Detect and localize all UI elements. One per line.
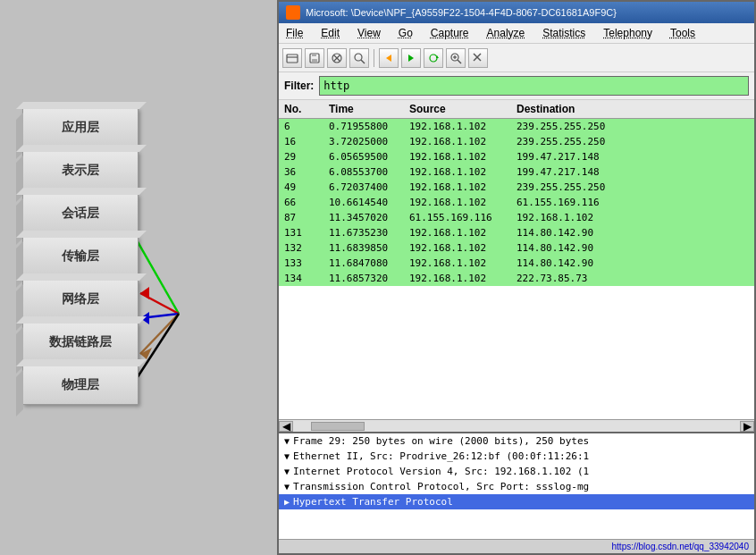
expand-icon: ▼	[284, 451, 290, 461]
filter-bar: Filter:	[279, 72, 754, 100]
table-row[interactable]: 131 11.6735230 192.168.1.102 114.80.142.…	[279, 225, 754, 240]
horizontal-scrollbar[interactable]: ◀ ▶	[279, 419, 754, 432]
cell-src: 61.155.169.116	[407, 211, 515, 224]
cell-time: 10.6614540	[327, 196, 407, 209]
table-row[interactable]: 66 10.6614540 192.168.1.102 61.155.169.1…	[279, 195, 754, 210]
table-row[interactable]: 6 0.71955800 192.168.1.102 239.255.255.2…	[279, 119, 754, 134]
cell-no: 134	[282, 272, 327, 285]
status-url: https://blog.csdn.net/qq_33942040	[612, 542, 749, 551]
svg-rect-12	[312, 59, 317, 63]
detail-text: Frame 29: 250 bytes on wire (2000 bits),…	[293, 435, 589, 447]
scroll-thumb[interactable]	[311, 422, 365, 431]
layer-box-physical: 物理层	[22, 366, 139, 405]
col-no: No.	[282, 102, 327, 116]
cell-dst: 61.155.169.116	[515, 196, 631, 209]
detail-row[interactable]: ▼ Internet Protocol Version 4, Src: 192.…	[279, 464, 754, 479]
cell-dst: 239.255.255.250	[515, 181, 631, 194]
toolbar-close-btn[interactable]	[327, 48, 347, 68]
svg-line-6	[140, 314, 179, 354]
table-row[interactable]: 134 11.6857320 192.168.1.102 222.73.85.7…	[279, 271, 754, 286]
cell-dst: 192.168.1.102	[515, 211, 631, 224]
layer-box-transport: 传输层	[22, 237, 139, 276]
layer-box-application: 应用层	[22, 108, 139, 147]
svg-point-17	[355, 54, 362, 61]
cell-no: 36	[282, 165, 327, 179]
table-row[interactable]: 132 11.6839850 192.168.1.102 114.80.142.…	[279, 240, 754, 256]
cell-no: 29	[282, 150, 327, 164]
menu-tools[interactable]: Tools	[667, 25, 699, 41]
detail-row[interactable]: ▼ Frame 29: 250 bytes on wire (2000 bits…	[279, 433, 754, 449]
detail-row[interactable]: ▼ Transmission Control Protocol, Src Por…	[279, 479, 754, 494]
cell-no: 133	[282, 256, 327, 270]
left-panel: 应用层 表示层 会话层 传输层 网络层 数据链路层 物理层	[0, 0, 277, 555]
detail-row[interactable]: ▼ Ethernet II, Src: Prodrive_26:12:bf (0…	[279, 449, 754, 464]
menu-view[interactable]: View	[354, 25, 384, 41]
cell-dst: 239.255.255.250	[515, 135, 631, 148]
col-time: Time	[327, 102, 407, 116]
cell-dst: 114.80.142.90	[515, 241, 631, 255]
table-row[interactable]: 49 6.72037400 192.168.1.102 239.255.255.…	[279, 180, 754, 195]
table-row[interactable]: 36 6.08553700 192.168.1.102 199.47.217.1…	[279, 164, 754, 180]
cell-no: 6	[282, 120, 327, 133]
table-row[interactable]: 29 6.05659500 192.168.1.102 199.47.217.1…	[279, 149, 754, 164]
svg-marker-7	[140, 348, 152, 359]
table-row[interactable]: 87 11.3457020 61.155.169.116 192.168.1.1…	[279, 210, 754, 225]
layer-box-datalink: 数据链路层	[22, 323, 139, 362]
menu-go[interactable]: Go	[395, 25, 416, 41]
cell-src: 192.168.1.102	[407, 120, 515, 133]
detail-row[interactable]: ▶ Hypertext Transfer Protocol	[279, 494, 754, 509]
menu-file[interactable]: File	[282, 25, 307, 41]
toolbar-open-btn[interactable]	[282, 48, 302, 68]
menu-capture[interactable]: Capture	[427, 25, 473, 41]
table-row[interactable]: 133 11.6847080 192.168.1.102 114.80.142.…	[279, 256, 754, 271]
menu-edit[interactable]: Edit	[317, 25, 343, 41]
detail-text: Transmission Control Protocol, Src Port:…	[293, 481, 589, 492]
svg-point-21	[430, 55, 437, 62]
cell-no: 132	[282, 241, 327, 255]
toolbar-search-btn[interactable]	[349, 48, 369, 68]
cell-dst: 199.47.217.148	[515, 165, 631, 179]
detail-text: Hypertext Transfer Protocol	[293, 496, 453, 508]
layer-label-application: 应用层	[62, 120, 99, 136]
cell-src: 192.168.1.102	[407, 181, 515, 194]
cell-src: 192.168.1.102	[407, 150, 515, 164]
layer-box-network: 网络层	[22, 280, 139, 319]
app-icon	[286, 5, 300, 20]
menu-bar: File Edit View Go Capture Analyze Statis…	[279, 23, 754, 44]
menu-statistics[interactable]: Statistics	[539, 25, 589, 41]
toolbar-refresh-btn[interactable]	[424, 48, 443, 68]
toolbar-zoom-btn[interactable]	[446, 48, 466, 68]
cell-time: 6.05659500	[327, 150, 407, 164]
layer-label-transport: 传输层	[62, 248, 99, 265]
cell-src: 192.168.1.102	[407, 165, 515, 179]
svg-line-23	[458, 60, 461, 63]
title-bar: Microsoft: \Device\NPF_{A9559F22-1504-4F…	[279, 2, 754, 23]
toolbar-forward-btn[interactable]	[401, 48, 421, 68]
layer-box-session: 会话层	[22, 194, 139, 233]
cell-src: 192.168.1.102	[407, 226, 515, 240]
cell-dst: 114.80.142.90	[515, 226, 631, 240]
layer-box-presentation: 表示层	[22, 151, 139, 190]
cell-time: 6.08553700	[327, 165, 407, 179]
table-row[interactable]: 16 3.72025000 192.168.1.102 239.255.255.…	[279, 134, 754, 149]
scroll-left-btn[interactable]: ◀	[279, 421, 293, 432]
svg-marker-19	[386, 55, 391, 62]
layer-label-physical: 物理层	[62, 377, 99, 393]
svg-rect-13	[312, 54, 316, 56]
layer-label-network: 网络层	[62, 291, 99, 307]
cell-dst: 199.47.217.148	[515, 150, 631, 164]
col-destination: Destination	[515, 102, 631, 116]
toolbar-sep-1	[374, 49, 374, 67]
toolbar-back-btn[interactable]	[379, 48, 399, 68]
expand-icon: ▼	[284, 436, 290, 446]
status-bar: https://blog.csdn.net/qq_33942040	[279, 539, 754, 553]
menu-telephony[interactable]: Telephony	[600, 25, 656, 41]
cell-time: 0.71955800	[327, 120, 407, 133]
toolbar-cut-btn[interactable]	[468, 48, 488, 68]
menu-analyze[interactable]: Analyze	[483, 25, 529, 41]
scroll-right-btn[interactable]: ▶	[740, 421, 754, 432]
filter-input[interactable]	[319, 76, 749, 96]
toolbar-save-btn[interactable]	[305, 48, 324, 68]
svg-marker-20	[408, 55, 414, 62]
details-panel: ▼ Frame 29: 250 bytes on wire (2000 bits…	[279, 432, 754, 539]
